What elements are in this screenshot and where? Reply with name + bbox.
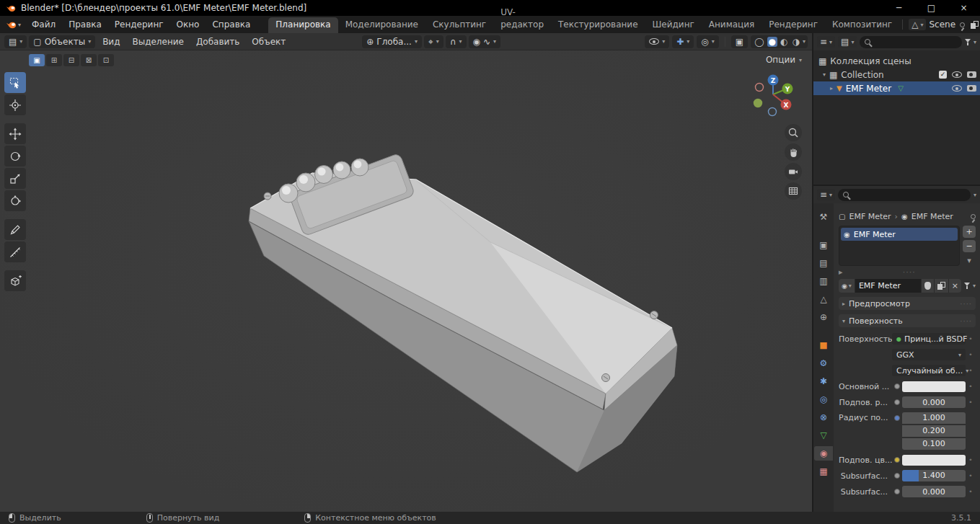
input-socket-icon[interactable] (892, 399, 902, 405)
tool-measure[interactable] (4, 241, 26, 262)
scene-name[interactable]: Scene (929, 19, 955, 30)
input-socket-icon[interactable] (892, 473, 902, 479)
scene-browse-button[interactable]: △ ▾ (909, 19, 926, 30)
pin-id-icon[interactable] (971, 214, 976, 219)
unlink-material-button[interactable]: × (949, 279, 961, 293)
shading-solid-button[interactable]: ● (767, 37, 777, 47)
tab-object[interactable]: ■ (814, 338, 833, 352)
filter-icon[interactable] (965, 39, 971, 45)
decorator[interactable]: • (966, 383, 976, 390)
select-mode-invert[interactable]: ⊠ (81, 54, 97, 66)
new-material-button[interactable] (935, 279, 948, 293)
decorator[interactable]: • (966, 351, 976, 358)
properties-search[interactable] (838, 189, 971, 201)
subsurface-aniso-field[interactable]: 0.000 (902, 486, 966, 497)
tab-rendering[interactable]: Рендеринг (762, 17, 825, 33)
breadcrumb-object[interactable]: EMF Meter (849, 212, 891, 221)
breadcrumb-material[interactable]: EMF Meter (911, 212, 953, 221)
navigation-gizmo[interactable]: Z Y X (746, 71, 800, 123)
shading-material-button[interactable]: ◐ (779, 37, 789, 47)
scene-new-button[interactable] (969, 21, 980, 29)
select-mode-new[interactable]: ▣ (29, 54, 45, 66)
axis-z-label[interactable]: Z (771, 77, 776, 84)
tool-cursor[interactable] (4, 94, 26, 115)
remove-slot-button[interactable]: − (963, 240, 976, 252)
tab-modeling[interactable]: Моделирование (338, 17, 425, 33)
tab-render[interactable]: ▣ (814, 238, 833, 252)
orthographic-toggle-button[interactable] (785, 182, 802, 200)
tab-output[interactable]: ▤ (814, 256, 833, 270)
tab-material[interactable]: ◉ (814, 446, 833, 461)
properties-editor-type-button[interactable]: ≡ ▾ (817, 189, 835, 200)
decorator[interactable]: • (966, 488, 976, 495)
select-mode-intersect[interactable]: ⊡ (98, 54, 114, 66)
menu-select[interactable]: Выделение (127, 34, 188, 50)
menu-render[interactable]: Рендеринг (108, 16, 170, 33)
disclosure-triangle-icon[interactable]: ▸ (830, 85, 833, 92)
tab-constraints[interactable]: ⊗ (814, 410, 833, 425)
tool-options-dropdown[interactable]: Опции ▾ (766, 55, 802, 65)
blender-menu-button[interactable]: ▾ (0, 21, 25, 29)
decorator[interactable]: • (966, 456, 976, 463)
outliner-display-mode-button[interactable]: ▤ ▾ (838, 36, 857, 48)
tool-rotate[interactable] (4, 146, 26, 166)
tool-add-cube[interactable] (4, 270, 26, 291)
snap-toggle[interactable]: ∩ ▾ (446, 35, 467, 48)
input-socket-icon[interactable] (892, 457, 902, 463)
tab-sculpting[interactable]: Скульптинг (425, 17, 493, 33)
material-name-field[interactable] (855, 279, 921, 293)
outliner-row-collection[interactable]: ▾ ▦ Collection ✓ (813, 68, 980, 81)
select-mode-subtract[interactable]: ⊟ (63, 54, 79, 66)
outliner-search[interactable] (860, 36, 962, 48)
tool-move[interactable] (4, 123, 26, 144)
tab-texture-paint[interactable]: Текстурирование (551, 17, 645, 33)
tab-particles[interactable]: ✱ (814, 374, 833, 388)
outliner-row-emf-meter[interactable]: ▸ ▼ EMF Meter ▽ (813, 81, 980, 95)
menu-edit[interactable]: Правка (62, 16, 108, 33)
input-socket-icon[interactable] (892, 415, 902, 421)
radius-y-field[interactable]: 0.200 (902, 425, 966, 437)
hide-viewport-toggle[interactable] (952, 71, 962, 78)
tab-view-layer[interactable]: ▥ (814, 274, 833, 288)
tab-scene[interactable]: △ (814, 292, 833, 306)
proportional-editing-toggle[interactable]: ◉ ∿ ▾ (469, 35, 501, 48)
tab-layout[interactable]: Планировка (268, 17, 337, 33)
outliner-editor-type-button[interactable]: ≡ ▾ (817, 36, 835, 48)
tab-object-data[interactable]: ▽ (814, 428, 833, 443)
minimize-button[interactable]: ─ (883, 0, 915, 16)
overlays-toggle[interactable]: ◎ ▾ (697, 35, 719, 48)
tool-annotate[interactable] (4, 219, 26, 240)
camera-view-button[interactable] (785, 163, 802, 180)
viewport-canvas[interactable]: ▣ ⊞ ⊟ ⊠ ⊡ Опции ▾ (0, 50, 812, 512)
tab-physics[interactable]: ◎ (814, 392, 833, 407)
tab-texture[interactable]: ▦ (814, 464, 833, 479)
tab-animation[interactable]: Анимация (702, 17, 762, 33)
scene-pin-button[interactable] (958, 22, 966, 27)
axis-x-label[interactable]: X (784, 102, 789, 109)
properties-search-input[interactable] (852, 190, 966, 200)
tool-transform[interactable] (4, 190, 26, 211)
editor-type-button[interactable]: ▤ ▾ (4, 35, 27, 48)
radius-z-field[interactable]: 0.100 (902, 438, 966, 450)
radius-x-field[interactable]: 1.000 (902, 412, 966, 424)
material-slot-row[interactable]: ◉ EMF Meter (841, 228, 958, 241)
material-slot-list[interactable]: ◉ EMF Meter (839, 226, 960, 266)
gizmos-toggle[interactable]: ✚ ▾ (672, 35, 694, 48)
tool-scale[interactable] (4, 168, 26, 189)
maximize-button[interactable]: □ (915, 0, 948, 16)
menu-view[interactable]: Вид (97, 34, 125, 50)
browse-material-button[interactable]: ◉ ▾ (839, 279, 855, 293)
subsurface-value-field[interactable]: 0.000 (902, 396, 966, 408)
menu-object[interactable]: Объект (247, 34, 291, 50)
collection-checkbox[interactable]: ✓ (939, 71, 947, 79)
subsurface-ior-slider[interactable]: 1.400 (902, 470, 966, 481)
panel-preview[interactable]: ▸ Предпросмотр ···· (839, 297, 976, 310)
tab-uv-editing[interactable]: UV-редактор (493, 5, 551, 33)
tab-compositing[interactable]: Композитинг (825, 17, 899, 33)
hide-viewport-toggle[interactable] (952, 85, 962, 92)
decorator[interactable]: • (966, 367, 976, 374)
fake-user-button[interactable] (922, 279, 934, 293)
material-filter-icon[interactable] (964, 283, 970, 289)
shading-rendered-button[interactable]: ◑ (791, 37, 801, 47)
add-slot-button[interactable]: + (963, 226, 976, 238)
